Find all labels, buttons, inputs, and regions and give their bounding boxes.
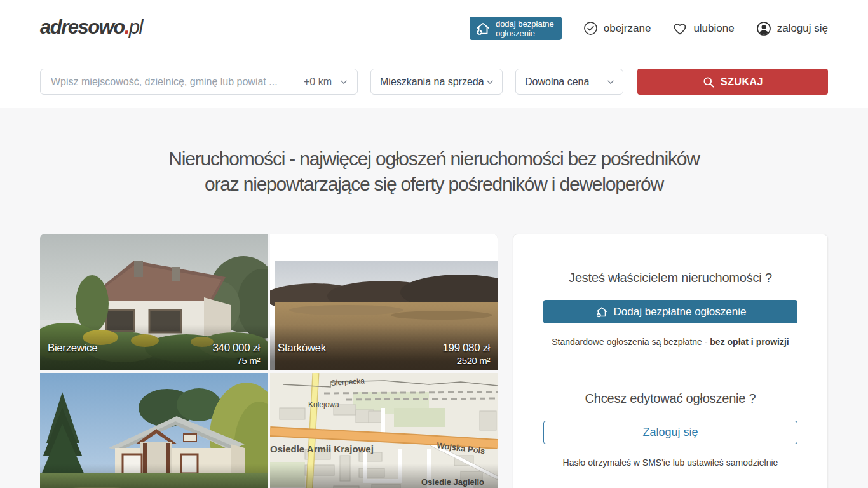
house-plus-icon xyxy=(475,20,491,37)
edit-section-title: Chcesz edytować ogłoszenie ? xyxy=(513,391,827,406)
category-select[interactable]: Mieszkania na sprzeda xyxy=(370,69,503,95)
header-nav: dodaj bezpłatne ogłoszenie obejrzane xyxy=(470,17,828,40)
nav-viewed[interactable]: obejrzane xyxy=(583,21,651,36)
sidebar-panel: Jesteś właścicielem nieruchomości ? Doda… xyxy=(513,234,828,488)
page-title: Nieruchomości - najwięcej ogłoszeń nieru… xyxy=(0,146,868,197)
listings-grid: Bierzewice 340 000 zł 75 m² xyxy=(40,234,498,488)
add-listing-label: dodaj bezpłatne ogłoszenie xyxy=(496,19,554,38)
sidebar-login-label: Zaloguj się xyxy=(642,426,698,439)
edit-section: Chcesz edytować ogłoszenie ? Zaloguj się… xyxy=(513,391,827,468)
listing-caption: Bierzewice 340 000 zł 75 m² xyxy=(40,339,268,370)
search-icon xyxy=(702,76,715,88)
search-bar: +0 km Mieszkania na sprzeda Dowolna cena… xyxy=(0,56,868,107)
sidebar-add-listing-button[interactable]: Dodaj bezpłatne ogłoszenie xyxy=(543,300,797,323)
nav-favorites-label: ulubione xyxy=(693,22,734,35)
main-content: Nieruchomości - najwięcej ogłoszeń nieru… xyxy=(0,108,868,488)
category-value: Mieszkania na sprzeda xyxy=(380,76,484,88)
listing-price: 199 080 zł xyxy=(443,342,490,355)
listing-name: Starkówek xyxy=(278,342,326,355)
listing-card-pagow-drugi[interactable]: Pagów Drugi 1 800 000 zł xyxy=(40,373,268,488)
add-listing-button[interactable]: dodaj bezpłatne ogłoszenie xyxy=(470,17,562,40)
owner-note-bold: bez opłat i prowizji xyxy=(710,337,789,347)
search-button-label: SZUKAJ xyxy=(721,76,763,88)
price-select[interactable]: Dowolna cena xyxy=(515,69,623,95)
nav-favorites[interactable]: ulubione xyxy=(672,21,734,36)
page: adresowo.pl dodaj bezpłatne ogłoszenie xyxy=(0,0,868,488)
chevron-down-icon xyxy=(606,78,615,86)
header: adresowo.pl dodaj bezpłatne ogłoszenie xyxy=(0,0,868,56)
nav-login-label: zaloguj się xyxy=(777,22,828,35)
user-circle-icon xyxy=(756,21,771,36)
nav-login[interactable]: zaloguj się xyxy=(756,21,828,36)
listing-area: 75 m² xyxy=(48,355,260,367)
listing-price: 340 000 zł xyxy=(213,342,260,355)
listing-name: Bierzewice xyxy=(48,342,97,355)
page-title-line1: Nieruchomości - najwięcej ogłoszeń nieru… xyxy=(0,146,868,172)
logo-tld: pl xyxy=(129,16,142,38)
location-search-box: +0 km xyxy=(40,69,358,95)
logo-name: adresowo xyxy=(40,16,125,38)
house-plus-icon xyxy=(595,305,609,319)
caption-gradient xyxy=(40,464,268,488)
page-title-line2: oraz niepowtarzające się oferty pośredni… xyxy=(0,172,868,197)
caption-gradient xyxy=(270,464,498,488)
logo[interactable]: adresowo.pl xyxy=(40,16,142,39)
listing-area: 2520 m² xyxy=(278,355,490,367)
search-button[interactable]: SZUKAJ xyxy=(637,69,828,95)
listing-card-starkowek[interactable]: Starkówek 199 080 zł 2520 m² xyxy=(270,234,498,370)
sidebar-add-listing-label: Dodaj bezpłatne ogłoszenie xyxy=(614,306,747,318)
listing-caption: Starkówek 199 080 zł 2520 m² xyxy=(270,339,498,370)
price-value: Dowolna cena xyxy=(525,76,589,88)
nav-viewed-label: obejrzane xyxy=(604,22,651,35)
chevron-down-icon xyxy=(485,78,494,86)
logo-dot: . xyxy=(125,16,129,38)
sidebar-login-button[interactable]: Zaloguj się xyxy=(543,421,797,444)
owner-section-note: Standardowe ogłoszenia są bezpłatne - be… xyxy=(513,337,827,347)
listing-card-bierzewice[interactable]: Bierzewice 340 000 zł 75 m² xyxy=(40,234,268,370)
edit-section-note: Hasło otrzymałeś w SMS'ie lub ustawiłeś … xyxy=(513,458,827,468)
map-area-armii-krajowej: Osiedle Armii Krajowej xyxy=(270,444,374,454)
chevron-down-icon xyxy=(339,78,348,86)
radius-select[interactable]: +0 km xyxy=(301,76,357,88)
check-circle-icon xyxy=(583,21,598,36)
location-input[interactable] xyxy=(41,76,301,88)
heart-icon xyxy=(672,21,688,36)
map-street-kolejowa: Kolejowa xyxy=(308,400,339,409)
radius-value: +0 km xyxy=(304,76,332,88)
owner-section-title: Jesteś właścicielem nieruchomości ? xyxy=(513,271,827,285)
sidebar-divider xyxy=(513,370,827,370)
owner-section: Jesteś właścicielem nieruchomości ? Doda… xyxy=(513,271,827,347)
listing-card-lipno[interactable]: Sierpecka Kolejowa Osiedle Armii Krajowe… xyxy=(270,373,498,488)
